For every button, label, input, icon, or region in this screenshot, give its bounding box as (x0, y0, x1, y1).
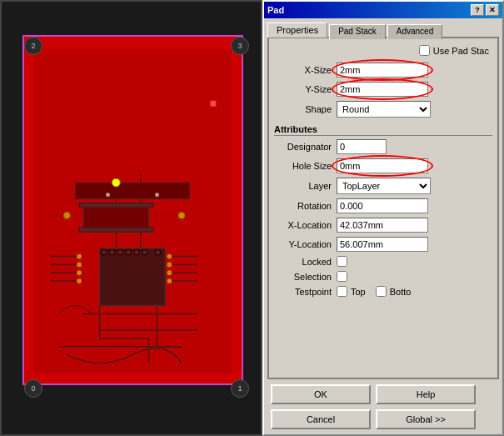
svg-rect-8 (79, 203, 153, 208)
dialog-titlebar: Pad ? ✕ (264, 2, 502, 18)
close-button[interactable]: ✕ (486, 4, 499, 16)
pcb-board (22, 35, 243, 385)
tab-padstack[interactable]: Pad Stack (329, 24, 386, 39)
dialog-title: Pad (267, 5, 284, 15)
layer-label: Layer (274, 181, 337, 191)
x-location-input[interactable] (337, 218, 428, 233)
help-dialog-button[interactable]: Help (376, 384, 476, 404)
tabs-container: Properties Pad Stack Advanced (264, 18, 502, 37)
rotation-label: Rotation (274, 201, 337, 211)
svg-rect-24 (134, 250, 139, 255)
designator-row: Designator (274, 139, 492, 154)
corner-marker-tl: 2 (24, 37, 42, 55)
svg-point-34 (167, 254, 172, 259)
hole-size-input[interactable] (337, 158, 428, 173)
corner-marker-tr: 3 (231, 37, 249, 55)
svg-point-37 (167, 278, 172, 283)
hole-size-row: Hole Size (274, 158, 492, 173)
svg-rect-25 (142, 250, 147, 255)
pcb-board-inner (34, 49, 232, 373)
x-size-row: X-Size (274, 63, 492, 78)
shape-label: Shape (274, 104, 337, 114)
svg-point-31 (77, 262, 82, 267)
y-location-input[interactable] (337, 237, 428, 252)
locked-row: Locked (274, 256, 492, 267)
svg-point-38 (106, 193, 110, 197)
testpoint-top-checkbox[interactable] (337, 286, 347, 297)
selection-checkbox[interactable] (337, 271, 347, 282)
testpoint-bottom-label: Botto (390, 287, 412, 297)
shape-row: Shape Round Square Oval Rectangular (274, 101, 492, 118)
y-size-row: Y-Size (274, 82, 492, 97)
designator-input[interactable] (337, 139, 387, 154)
locked-label: Locked (274, 257, 337, 267)
pcb-canvas: 2 3 0 1 (0, 0, 262, 436)
help-button[interactable]: ? (471, 4, 484, 16)
svg-rect-9 (79, 228, 153, 232)
svg-rect-22 (117, 250, 122, 255)
svg-rect-18 (100, 248, 166, 306)
ok-button[interactable]: OK (271, 384, 371, 404)
svg-point-36 (167, 270, 172, 275)
testpoint-top-label: Top (351, 287, 366, 297)
svg-point-29 (112, 178, 120, 187)
svg-rect-21 (109, 250, 114, 255)
y-location-label: Y-Location (274, 239, 337, 249)
pcb-traces-svg (34, 49, 232, 373)
rotation-row: Rotation (274, 198, 492, 213)
corner-marker-br: 1 (231, 379, 249, 398)
y-size-label: Y-Size (274, 84, 337, 94)
testpoint-row: Testpoint Top Botto (274, 286, 492, 297)
svg-rect-23 (126, 250, 131, 255)
testpoint-bottom-checkbox[interactable] (376, 286, 387, 297)
svg-rect-26 (156, 250, 161, 255)
rotation-input[interactable] (337, 198, 428, 213)
svg-point-33 (77, 278, 82, 283)
svg-rect-19 (75, 183, 190, 199)
selection-label: Selection (274, 272, 337, 282)
locked-checkbox[interactable] (337, 256, 347, 267)
x-location-label: X-Location (274, 220, 337, 230)
svg-rect-20 (102, 250, 107, 255)
svg-point-30 (77, 254, 82, 259)
cancel-button[interactable]: Cancel (271, 409, 371, 429)
use-pad-stac-checkbox[interactable] (419, 45, 430, 56)
y-size-input-wrapper (337, 82, 428, 97)
tab-advanced[interactable]: Advanced (387, 24, 442, 39)
layer-select[interactable]: TopLayer BottomLayer MultiLayer (337, 178, 431, 194)
global-button[interactable]: Global >> (376, 409, 476, 429)
hole-size-label: Hole Size (274, 161, 337, 171)
shape-select[interactable]: Round Square Oval Rectangular (337, 101, 431, 118)
svg-rect-40 (210, 101, 216, 107)
use-pad-stac-row: Use Pad Stac (274, 45, 492, 56)
x-size-input-wrapper (337, 63, 428, 78)
dialog-buttons: OK Help Cancel Global >> (264, 379, 502, 434)
testpoint-options: Top Botto (337, 286, 411, 297)
selection-row: Selection (274, 271, 492, 282)
corner-marker-bl: 0 (24, 379, 42, 398)
titlebar-buttons: ? ✕ (471, 4, 499, 16)
x-size-input[interactable] (337, 63, 428, 78)
tab-properties[interactable]: Properties (267, 23, 327, 38)
svg-point-32 (77, 270, 82, 275)
designator-label: Designator (274, 142, 337, 152)
y-size-input[interactable] (337, 82, 428, 97)
x-location-row: X-Location (274, 218, 492, 233)
tab-content-properties: Use Pad Stac X-Size Y-Size Shape Round S… (267, 37, 499, 379)
testpoint-label: Testpoint (274, 287, 337, 297)
x-size-label: X-Size (274, 65, 337, 75)
layer-row: Layer TopLayer BottomLayer MultiLayer (274, 178, 492, 194)
use-pad-stac-label: Use Pad Stac (433, 46, 489, 56)
svg-point-28 (178, 212, 185, 218)
svg-point-39 (155, 193, 159, 197)
svg-point-35 (167, 262, 172, 267)
hole-size-input-wrapper (337, 158, 428, 173)
attributes-header: Attributes (274, 124, 492, 136)
svg-point-27 (63, 212, 70, 218)
pad-dialog: Pad ? ✕ Properties Pad Stack Advanced Us… (262, 0, 504, 436)
y-location-row: Y-Location (274, 237, 492, 252)
